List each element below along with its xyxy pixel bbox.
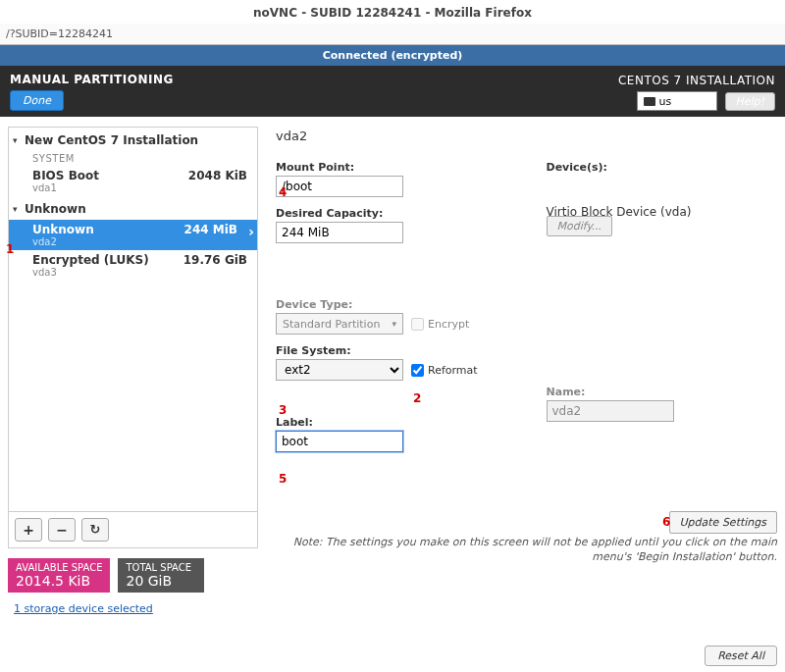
keyboard-layout-select[interactable]: us — [637, 91, 717, 111]
update-settings-button[interactable]: Update Settings — [669, 511, 777, 534]
reset-all-button[interactable]: Reset All — [705, 646, 777, 666]
reformat-checkbox[interactable] — [411, 364, 424, 377]
device-type-value: Standard Partition — [283, 318, 380, 331]
firefox-title: noVNC - SUBID 12284241 - Mozilla Firefox — [0, 0, 785, 24]
tree-item-vda3[interactable]: Encrypted (LUKS) 19.76 GiB vda3 — [9, 250, 257, 281]
url-bar[interactable]: /?SUBID=12284241 — [0, 24, 785, 45]
add-partition-button[interactable]: + — [15, 518, 42, 542]
reformat-label: Reformat — [428, 364, 478, 377]
label-input[interactable] — [276, 431, 403, 452]
encrypt-label: Encrypt — [428, 318, 469, 331]
mount-point-input[interactable] — [276, 176, 403, 197]
name-input — [547, 400, 674, 422]
encrypt-checkbox — [411, 318, 424, 331]
desired-capacity-input[interactable] — [276, 222, 403, 243]
badge-label: TOTAL SPACE — [126, 562, 196, 573]
mount-point-label: Mount Point: — [276, 161, 507, 174]
partition-heading: vda2 — [276, 129, 777, 143]
tree-item-bios-boot[interactable]: BIOS Boot 2048 KiB vda1 — [9, 166, 257, 196]
reformat-checkbox-row[interactable]: Reformat — [411, 364, 478, 377]
badge-value: 2014.5 KiB — [16, 573, 102, 589]
encrypt-checkbox-row: Encrypt — [411, 318, 469, 331]
anaconda-topbar: MANUAL PARTITIONING Done CENTOS 7 INSTAL… — [0, 66, 785, 117]
help-button[interactable]: Help! — [725, 92, 776, 111]
settings-note: Note: The settings you make on this scre… — [276, 535, 777, 565]
badge-value: 20 GiB — [126, 573, 196, 589]
chevron-right-icon: › — [248, 224, 254, 239]
install-title: CENTOS 7 INSTALLATION — [618, 74, 775, 87]
label-label: Label: — [276, 416, 507, 429]
desired-capacity-label: Desired Capacity: — [276, 207, 507, 220]
tree-item-vda2[interactable]: Unknown 244 MiB › vda2 — [9, 220, 257, 250]
storage-devices-link[interactable]: 1 storage device selected — [14, 602, 153, 615]
modify-button: Modify... — [547, 216, 612, 236]
keyboard-layout-value: us — [659, 95, 672, 108]
tree-item-size: 244 MiB — [184, 223, 237, 236]
devices-label: Device(s): — [547, 161, 778, 174]
device-type-label: Device Type: — [276, 298, 507, 311]
keyboard-icon — [644, 97, 655, 106]
available-space-badge: AVAILABLE SPACE 2014.5 KiB — [8, 558, 110, 593]
page-title: MANUAL PARTITIONING — [10, 73, 618, 86]
vnc-status: Connected (encrypted) — [0, 45, 785, 66]
tree-item-size: 2048 KiB — [188, 169, 247, 182]
done-button[interactable]: Done — [10, 90, 64, 111]
tree-item-dev: vda2 — [32, 236, 247, 247]
partition-tree: New CentOS 7 Installation SYSTEM BIOS Bo… — [8, 127, 258, 548]
device-type-select: Standard Partition ▾ — [276, 313, 403, 335]
tree-item-size: 19.76 GiB — [183, 253, 247, 267]
tree-system-label: SYSTEM — [9, 151, 257, 166]
name-label: Name: — [547, 386, 778, 398]
filesystem-select[interactable]: ext2 — [276, 359, 403, 381]
tree-group-unknown[interactable]: Unknown — [9, 196, 257, 220]
reload-button[interactable]: ↻ — [81, 518, 109, 542]
remove-partition-button[interactable]: − — [48, 518, 76, 542]
tree-item-dev: vda1 — [32, 182, 247, 193]
tree-item-dev: vda3 — [32, 267, 247, 278]
total-space-badge: TOTAL SPACE 20 GiB — [118, 558, 204, 593]
tree-group-new[interactable]: New CentOS 7 Installation — [9, 128, 257, 151]
badge-label: AVAILABLE SPACE — [16, 562, 102, 573]
chevron-down-icon: ▾ — [392, 319, 396, 329]
filesystem-label: File System: — [276, 344, 507, 357]
